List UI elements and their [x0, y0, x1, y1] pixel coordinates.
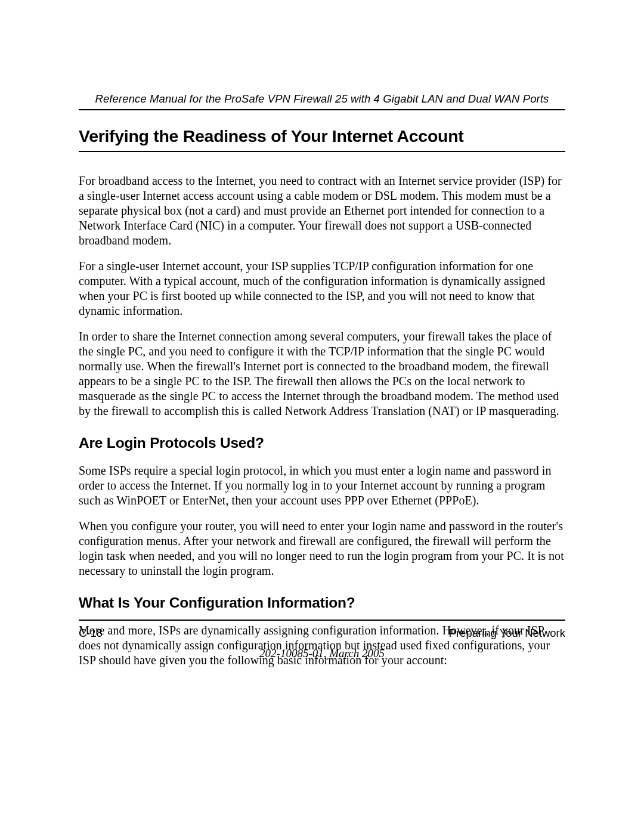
body-paragraph: Some ISPs require a special login protoc… — [79, 463, 565, 508]
body-paragraph: When you configure your router, you will… — [79, 519, 565, 578]
body-paragraph: For a single-user Internet account, your… — [79, 259, 565, 318]
body-paragraph: In order to share the Internet connectio… — [79, 329, 565, 419]
page-footer: C-18 Preparing Your Network 202-10085-01… — [79, 620, 565, 660]
document-page: Reference Manual for the ProSafe VPN Fir… — [0, 0, 644, 668]
footer-section-title: Preparing Your Network — [449, 627, 565, 640]
footer-row: C-18 Preparing Your Network — [79, 627, 565, 640]
running-header: Reference Manual for the ProSafe VPN Fir… — [79, 92, 565, 106]
heading-1: Verifying the Readiness of Your Internet… — [79, 126, 565, 146]
footer-divider — [79, 620, 565, 621]
page-number: C-18 — [79, 627, 103, 640]
heading-divider — [79, 151, 565, 152]
heading-2: Are Login Protocols Used? — [79, 435, 565, 451]
header-divider — [79, 109, 565, 110]
heading-2: What Is Your Configuration Information? — [79, 594, 565, 611]
body-paragraph: For broadband access to the Internet, yo… — [79, 174, 565, 248]
footer-doc-info: 202-10085-01, March 2005 — [79, 647, 565, 660]
